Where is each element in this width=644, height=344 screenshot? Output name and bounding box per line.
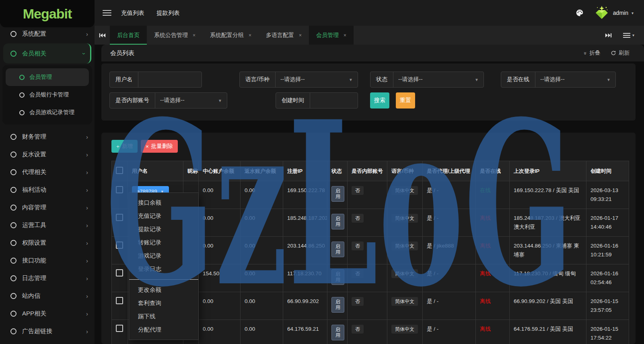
caret-down-icon: ▼ [607,78,611,82]
sidebar-item[interactable]: 接口功能 › [0,252,95,269]
sidebar-subitem[interactable]: 会员银行卡管理 [2,86,92,104]
tab[interactable]: 系统公告管理 × [147,26,203,45]
cell-language: 简体中文 [387,264,423,292]
circle-icon [19,75,25,80]
internal-select[interactable]: --请选择--▼ [155,93,227,108]
row-checkbox[interactable] [116,297,123,304]
menu-item[interactable]: 套利查询 [129,297,198,310]
close-icon[interactable]: × [344,33,346,38]
sidebar-item-member-related[interactable]: 会员相关 › [3,43,91,63]
search-button[interactable]: 搜索 [370,92,389,109]
close-icon[interactable]: × [193,33,195,38]
sidebar-subitem[interactable]: 会员管理 [6,68,89,86]
menu-item[interactable]: 登录日志 [129,262,198,276]
sidebar-item[interactable]: 代理相关 › [0,163,95,181]
row-checkbox[interactable] [116,214,123,221]
close-icon[interactable]: × [249,33,251,38]
menu-item[interactable]: 充值记录 [129,209,198,223]
row-checkbox[interactable] [116,325,123,332]
column-header: 返水账户余额 [241,161,283,181]
language-select[interactable]: --请选择--▼ [276,72,358,87]
top-nav-link[interactable]: 充值列表 [121,9,144,17]
chevron-right-icon: › [86,133,88,140]
sidebar-item[interactable]: 财务管理 › [0,128,95,145]
created-time-input[interactable] [310,93,358,108]
select-all-checkbox[interactable] [116,167,123,174]
add-button[interactable]: + 新增 [111,140,138,153]
cell-register-ip: 117.18.230.70 [283,264,327,292]
filter-online: 是否在线 --请选择--▼ [501,72,616,88]
internal-badge: 否 [352,297,364,306]
cell-status: 启用 [327,292,348,320]
sidebar-item[interactable]: 日志管理 › [0,269,95,287]
online-select[interactable]: --请选择--▼ [535,72,615,87]
hamburger-icon[interactable] [103,8,111,17]
row-checkbox[interactable] [116,186,123,193]
cell-status: 启用 [327,264,348,292]
fold-button[interactable]: » 折叠 [584,49,600,57]
forward-icon[interactable] [605,33,612,38]
menu-item[interactable]: 转账记录 [129,236,198,249]
sidebar-item[interactable]: 权限设置 › [0,234,95,252]
tab[interactable]: 多语言配置 × [259,26,309,45]
tab[interactable]: 会员管理 × [309,26,354,45]
sidebar-item[interactable]: 广告超链接 › [0,322,95,340]
top-nav-link[interactable]: 提款列表 [156,9,180,17]
refresh-button[interactable]: 刷新 [611,49,630,57]
sidebar-item[interactable]: 福利活动 › [0,181,95,199]
status-badge: 启用 [331,297,344,313]
column-header: 状态 [327,161,348,181]
circle-icon [10,222,16,228]
chevron-down-icon: › [81,53,88,55]
menu-item[interactable]: 接口余额 [129,196,198,209]
cell-rebate-balance: 0.00 [241,237,283,264]
chevron-right-icon: › [86,31,88,37]
cell-last-login-ip: 185.248.187.203 / 澳大利亚 澳大利亚 [510,209,586,237]
filter-label: 用户名 [110,72,138,87]
sidebar: 系统配置 › 会员相关 › 会员管理 [0,0,95,344]
menu-item[interactable]: 提款记录 [129,223,198,236]
status-badge: 启用 [331,325,344,340]
sidebar-item[interactable]: 反水设置 › [0,145,95,163]
tab[interactable]: 后台首页 [110,26,147,45]
menu-item[interactable]: 游戏记录 [129,249,198,262]
filter-username: 用户名 [109,72,202,88]
chevron-right-icon: › [86,275,88,282]
cell-register-ip: 64.176.59.21 [283,320,327,344]
sidebar-item-label: APP相关 [22,310,46,317]
close-icon[interactable]: × [299,33,302,38]
menu-item[interactable]: 更改余额 [129,283,198,297]
sidebar-item[interactable]: 内容管理 › [0,199,95,216]
sidebar-subitem-label: 会员银行卡管理 [29,91,69,98]
batch-delete-button[interactable]: × 批量删除 [141,140,178,153]
sidebar-item[interactable]: APP相关 › [0,305,95,322]
status-select[interactable]: --请选择--▼ [393,72,484,87]
cell-last-login-ip: 169.150.222.78 / 美国 美国 [510,181,586,209]
cell-language: 简体中文 [387,320,423,344]
filter-label: 创建时间 [276,93,310,108]
tab-label: 会员管理 [316,32,339,39]
chevron-right-icon: › [86,151,88,158]
menu-item[interactable]: 分配代理 [129,323,198,336]
row-checkbox[interactable] [116,242,123,249]
filter-language: 语言/币种 --请选择--▼ [239,72,358,88]
row-checkbox[interactable] [116,269,123,276]
username-input[interactable] [138,72,202,87]
circle-icon [10,240,16,246]
tab-options-menu-icon[interactable]: ▾ [623,32,634,39]
menu-item[interactable]: 踢下线 [129,310,198,323]
close-icon: × [146,143,149,149]
sidebar-item[interactable]: 系统配置 › [0,25,95,43]
sidebar-item[interactable]: 站内信 › [0,287,95,305]
internal-badge: 否 [352,186,364,195]
tab[interactable]: 系统配置分组 × [203,26,259,45]
sidebar-subitem[interactable]: 会员游戏记录管理 [2,104,92,121]
rewind-icon[interactable] [95,26,110,45]
palette-icon[interactable] [575,8,584,17]
username-label: admin [613,10,628,16]
sidebar-item[interactable]: 运营工具 › [0,216,95,234]
reset-button[interactable]: 重置 [396,92,415,109]
row-select-cell [112,320,128,344]
user-menu[interactable]: admin ▾ [594,5,634,21]
chevron-right-icon: › [86,222,88,229]
